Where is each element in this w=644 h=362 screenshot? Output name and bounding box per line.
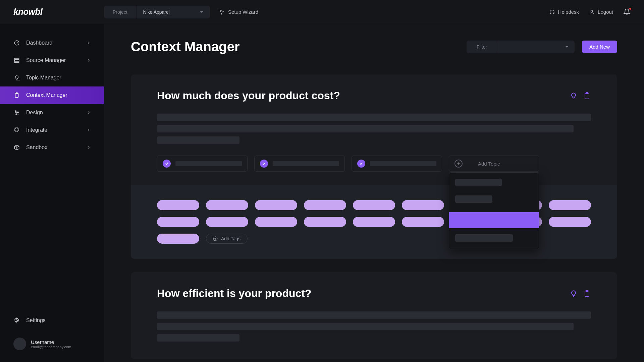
tag-pill[interactable] [304, 200, 346, 210]
topics-row: Add Topic [157, 156, 591, 172]
tag-pill[interactable] [157, 217, 199, 227]
headphones-icon [549, 9, 555, 15]
card-actions [570, 290, 591, 298]
sidebar-item-source-manager[interactable]: Source Manager [0, 52, 104, 69]
helpdesk-link[interactable]: Helpdesk [549, 9, 579, 15]
logout-link[interactable]: Logout [589, 9, 613, 15]
sidebar-item-integrate[interactable]: Integrate [0, 121, 104, 139]
tag-pill[interactable] [157, 234, 199, 244]
project-selector[interactable]: Project Nike Apparel [104, 6, 210, 18]
svg-point-7 [15, 111, 16, 112]
bulb-icon[interactable] [570, 290, 578, 298]
sidebar-item-topic-manager[interactable]: Topic Manager [0, 69, 104, 86]
svg-point-9 [16, 114, 17, 115]
tag-pill[interactable] [157, 200, 199, 210]
sidebar: Dashboard Source Manager [0, 24, 104, 362]
cube-icon [13, 144, 20, 151]
sidebar-item-sandbox[interactable]: Sandbox [0, 139, 104, 156]
sidebar-item-label: Sandbox [26, 144, 80, 150]
dropdown-item[interactable] [455, 195, 492, 203]
avatar [13, 338, 26, 350]
dropdown-item-selected[interactable] [449, 212, 539, 228]
setup-wizard-link[interactable]: Setup Wizard [219, 9, 258, 15]
sidebar-item-design[interactable]: Design [0, 104, 104, 121]
tag-pill[interactable] [353, 217, 395, 227]
text-placeholder [157, 323, 574, 330]
tags-section: Add Tags [131, 185, 617, 259]
sidebar-item-label: Topic Manager [26, 75, 91, 81]
puzzle-icon [13, 127, 20, 133]
sidebar-nav: Dashboard Source Manager [0, 34, 104, 303]
svg-point-10 [16, 320, 18, 321]
add-tags-button[interactable]: Add Tags [206, 234, 248, 244]
user-email: email@thecompany.com [31, 345, 71, 349]
clipboard-icon [13, 92, 20, 99]
tag-pill[interactable] [353, 200, 395, 210]
card-body: How much does your product cost? [131, 74, 617, 185]
text-placeholder [157, 136, 239, 144]
text-placeholder [157, 311, 591, 319]
card-body: How efficient is your product? [131, 272, 617, 359]
text-placeholder [157, 334, 239, 342]
chevron-right-icon [87, 41, 91, 45]
topic-chip[interactable] [352, 156, 442, 172]
user-icon [589, 9, 594, 15]
user-info: Username email@thecompany.com [31, 339, 71, 349]
plus-circle-icon [213, 236, 218, 241]
gauge-icon [13, 40, 20, 46]
logout-label: Logout [598, 9, 613, 15]
clipboard-icon[interactable] [583, 92, 591, 100]
tag-pill[interactable] [304, 217, 346, 227]
card-title: How much does your product cost? [157, 89, 570, 102]
sidebar-item-label: Dashboard [26, 40, 80, 46]
sidebar-item-context-manager[interactable]: Context Manager [0, 86, 104, 104]
project-value[interactable]: Nike Apparel [137, 9, 210, 15]
notifications-button[interactable] [623, 8, 631, 16]
filter-label: Filter [467, 41, 497, 53]
card-header: How efficient is your product? [157, 287, 591, 300]
username: Username [31, 339, 71, 345]
add-topic-dropdown[interactable] [449, 172, 539, 249]
tag-pill[interactable] [255, 217, 297, 227]
clipboard-icon[interactable] [583, 290, 591, 298]
sidebar-item-label: Context Manager [26, 92, 91, 98]
add-tags-label: Add Tags [221, 236, 240, 241]
notification-dot-icon [629, 7, 632, 10]
sidebar-item-dashboard[interactable]: Dashboard [0, 34, 104, 52]
sidebar-item-label: Source Manager [26, 57, 80, 63]
bulb-icon[interactable] [570, 92, 578, 100]
tag-pill[interactable] [402, 217, 444, 227]
svg-point-0 [591, 10, 592, 12]
sidebar-item-settings[interactable]: Settings [0, 312, 104, 329]
setup-wizard-label: Setup Wizard [228, 9, 258, 15]
topic-chip[interactable] [254, 156, 345, 172]
card-header: How much does your product cost? [157, 89, 591, 102]
tag-pill[interactable] [255, 200, 297, 210]
check-circle-icon [163, 160, 171, 168]
topic-chip[interactable] [157, 156, 248, 172]
tag-pill[interactable] [206, 217, 248, 227]
add-topic-button[interactable]: Add Topic [449, 156, 539, 172]
brand-logo: knowbl [13, 7, 104, 17]
add-new-button[interactable]: Add New [582, 41, 617, 53]
tag-pill[interactable] [549, 217, 591, 227]
context-card: How much does your product cost? [131, 74, 617, 259]
tag-pill[interactable] [206, 200, 248, 210]
topbar: knowbl Project Nike Apparel Setup Wizard… [0, 0, 644, 24]
filter-value[interactable] [497, 46, 575, 48]
dropdown-item[interactable] [455, 179, 502, 186]
project-value-text: Nike Apparel [143, 9, 170, 15]
database-icon [13, 57, 20, 64]
filter-selector[interactable]: Filter [467, 41, 575, 53]
sidebar-item-label: Integrate [26, 127, 80, 133]
sidebar-bottom: Settings Username email@thecompany.com [0, 303, 104, 362]
tag-pill[interactable] [402, 200, 444, 210]
helpdesk-label: Helpdesk [558, 9, 579, 15]
chevron-right-icon [87, 111, 91, 115]
dropdown-item[interactable] [455, 234, 513, 242]
tag-pill[interactable] [549, 200, 591, 210]
bulb-icon [13, 74, 20, 81]
sliders-icon [13, 109, 20, 116]
text-placeholder [175, 161, 242, 166]
user-block[interactable]: Username email@thecompany.com [0, 338, 104, 350]
